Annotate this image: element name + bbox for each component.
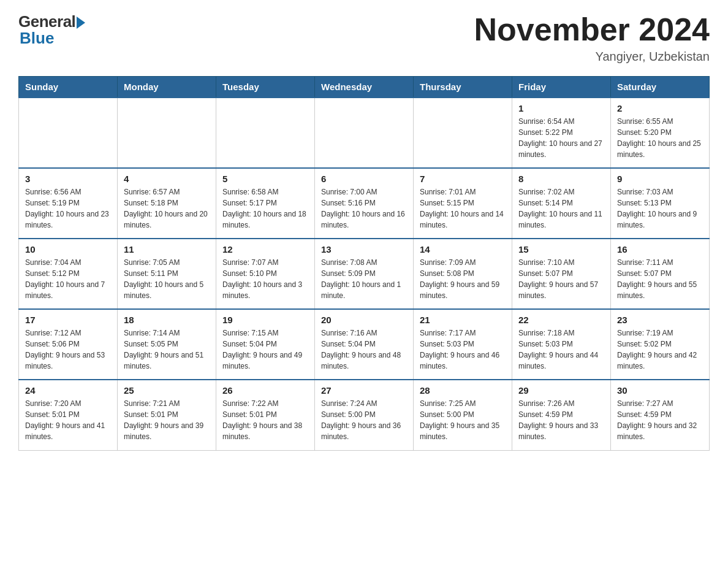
calendar-cell: 2Sunrise: 6:55 AM Sunset: 5:20 PM Daylig… [611,98,710,168]
day-number: 23 [617,315,703,325]
calendar-cell: 15Sunrise: 7:10 AM Sunset: 5:07 PM Dayli… [512,239,611,309]
calendar-week-row: 24Sunrise: 7:20 AM Sunset: 5:01 PM Dayli… [19,380,710,450]
calendar-cell: 26Sunrise: 7:22 AM Sunset: 5:01 PM Dayli… [216,380,315,450]
calendar-header-row: SundayMondayTuesdayWednesdayThursdayFrid… [19,77,710,98]
day-sun-info: Sunrise: 6:55 AM Sunset: 5:20 PM Dayligh… [617,116,703,160]
day-sun-info: Sunrise: 6:58 AM Sunset: 5:17 PM Dayligh… [222,186,308,231]
calendar-cell [19,98,118,168]
day-sun-info: Sunrise: 7:16 AM Sunset: 5:04 PM Dayligh… [321,327,407,372]
day-sun-info: Sunrise: 7:01 AM Sunset: 5:15 PM Dayligh… [420,186,506,231]
calendar-cell: 6Sunrise: 7:00 AM Sunset: 5:16 PM Daylig… [315,168,414,239]
day-sun-info: Sunrise: 7:20 AM Sunset: 5:01 PM Dayligh… [25,398,111,442]
calendar-cell: 21Sunrise: 7:17 AM Sunset: 5:03 PM Dayli… [414,309,512,380]
day-number: 25 [124,385,210,396]
calendar-cell: 24Sunrise: 7:20 AM Sunset: 5:01 PM Dayli… [19,380,118,450]
day-number: 26 [222,385,308,396]
day-of-week-header: Friday [512,77,611,98]
day-number: 2 [617,103,703,113]
day-number: 5 [222,174,308,184]
calendar-cell [118,98,216,168]
calendar-cell: 19Sunrise: 7:15 AM Sunset: 5:04 PM Dayli… [216,309,315,380]
calendar-week-row: 3Sunrise: 6:56 AM Sunset: 5:19 PM Daylig… [19,168,710,239]
day-of-week-header: Saturday [611,77,710,98]
day-number: 30 [617,385,703,396]
day-sun-info: Sunrise: 7:03 AM Sunset: 5:13 PM Dayligh… [617,186,703,231]
day-number: 19 [222,315,308,325]
day-sun-info: Sunrise: 7:17 AM Sunset: 5:03 PM Dayligh… [420,327,506,372]
logo-arrow-icon [77,17,85,29]
day-sun-info: Sunrise: 7:12 AM Sunset: 5:06 PM Dayligh… [25,327,111,372]
day-number: 16 [617,244,703,255]
calendar-cell: 28Sunrise: 7:25 AM Sunset: 5:00 PM Dayli… [414,380,512,450]
day-number: 29 [518,385,604,396]
day-number: 28 [420,385,506,396]
day-number: 7 [420,174,506,184]
day-number: 17 [25,315,111,325]
day-sun-info: Sunrise: 7:15 AM Sunset: 5:04 PM Dayligh… [222,327,308,372]
day-sun-info: Sunrise: 7:22 AM Sunset: 5:01 PM Dayligh… [222,398,308,442]
day-number: 6 [321,174,407,184]
calendar-cell: 16Sunrise: 7:11 AM Sunset: 5:07 PM Dayli… [611,239,710,309]
day-of-week-header: Tuesday [216,77,315,98]
day-sun-info: Sunrise: 7:27 AM Sunset: 4:59 PM Dayligh… [617,398,703,442]
calendar-cell: 23Sunrise: 7:19 AM Sunset: 5:02 PM Dayli… [611,309,710,380]
calendar-cell: 18Sunrise: 7:14 AM Sunset: 5:05 PM Dayli… [118,309,216,380]
day-number: 4 [124,174,210,184]
day-sun-info: Sunrise: 6:54 AM Sunset: 5:22 PM Dayligh… [518,116,604,160]
day-sun-info: Sunrise: 7:05 AM Sunset: 5:11 PM Dayligh… [124,257,210,301]
title-section: November 2024 Yangiyer, Uzbekistan [474,12,710,64]
day-number: 11 [124,244,210,255]
calendar-cell: 8Sunrise: 7:02 AM Sunset: 5:14 PM Daylig… [512,168,611,239]
day-number: 22 [518,315,604,325]
day-sun-info: Sunrise: 7:04 AM Sunset: 5:12 PM Dayligh… [25,257,111,301]
day-sun-info: Sunrise: 7:08 AM Sunset: 5:09 PM Dayligh… [321,257,407,301]
logo-blue-text: Blue [20,29,54,48]
calendar-week-row: 1Sunrise: 6:54 AM Sunset: 5:22 PM Daylig… [19,98,710,168]
calendar-cell: 5Sunrise: 6:58 AM Sunset: 5:17 PM Daylig… [216,168,315,239]
calendar-cell: 11Sunrise: 7:05 AM Sunset: 5:11 PM Dayli… [118,239,216,309]
day-number: 14 [420,244,506,255]
calendar-cell: 14Sunrise: 7:09 AM Sunset: 5:08 PM Dayli… [414,239,512,309]
calendar-cell: 20Sunrise: 7:16 AM Sunset: 5:04 PM Dayli… [315,309,414,380]
day-number: 9 [617,174,703,184]
calendar-cell: 12Sunrise: 7:07 AM Sunset: 5:10 PM Dayli… [216,239,315,309]
day-of-week-header: Monday [118,77,216,98]
calendar-cell: 10Sunrise: 7:04 AM Sunset: 5:12 PM Dayli… [19,239,118,309]
day-sun-info: Sunrise: 7:00 AM Sunset: 5:16 PM Dayligh… [321,186,407,231]
day-sun-info: Sunrise: 7:18 AM Sunset: 5:03 PM Dayligh… [518,327,604,372]
calendar-cell: 25Sunrise: 7:21 AM Sunset: 5:01 PM Dayli… [118,380,216,450]
day-number: 27 [321,385,407,396]
day-sun-info: Sunrise: 7:26 AM Sunset: 4:59 PM Dayligh… [518,398,604,442]
day-sun-info: Sunrise: 7:11 AM Sunset: 5:07 PM Dayligh… [617,257,703,301]
day-of-week-header: Wednesday [315,77,414,98]
day-sun-info: Sunrise: 7:07 AM Sunset: 5:10 PM Dayligh… [222,257,308,301]
day-number: 24 [25,385,111,396]
page-header: General Blue November 2024 Yangiyer, Uzb… [18,12,710,64]
day-sun-info: Sunrise: 7:02 AM Sunset: 5:14 PM Dayligh… [518,186,604,231]
calendar-cell: 7Sunrise: 7:01 AM Sunset: 5:15 PM Daylig… [414,168,512,239]
day-number: 13 [321,244,407,255]
calendar-table: SundayMondayTuesdayWednesdayThursdayFrid… [18,76,710,451]
logo: General Blue [18,12,85,48]
day-of-week-header: Sunday [19,77,118,98]
day-sun-info: Sunrise: 7:09 AM Sunset: 5:08 PM Dayligh… [420,257,506,301]
calendar-week-row: 17Sunrise: 7:12 AM Sunset: 5:06 PM Dayli… [19,309,710,380]
calendar-cell: 27Sunrise: 7:24 AM Sunset: 5:00 PM Dayli… [315,380,414,450]
day-number: 8 [518,174,604,184]
calendar-cell: 1Sunrise: 6:54 AM Sunset: 5:22 PM Daylig… [512,98,611,168]
day-sun-info: Sunrise: 7:24 AM Sunset: 5:00 PM Dayligh… [321,398,407,442]
day-sun-info: Sunrise: 7:10 AM Sunset: 5:07 PM Dayligh… [518,257,604,301]
day-number: 21 [420,315,506,325]
calendar-cell [216,98,315,168]
day-number: 12 [222,244,308,255]
calendar-cell: 3Sunrise: 6:56 AM Sunset: 5:19 PM Daylig… [19,168,118,239]
day-of-week-header: Thursday [414,77,512,98]
day-number: 10 [25,244,111,255]
day-sun-info: Sunrise: 6:57 AM Sunset: 5:18 PM Dayligh… [124,186,210,231]
calendar-cell: 4Sunrise: 6:57 AM Sunset: 5:18 PM Daylig… [118,168,216,239]
calendar-cell [315,98,414,168]
day-sun-info: Sunrise: 6:56 AM Sunset: 5:19 PM Dayligh… [25,186,111,231]
month-title: November 2024 [474,12,710,47]
day-number: 18 [124,315,210,325]
day-number: 20 [321,315,407,325]
